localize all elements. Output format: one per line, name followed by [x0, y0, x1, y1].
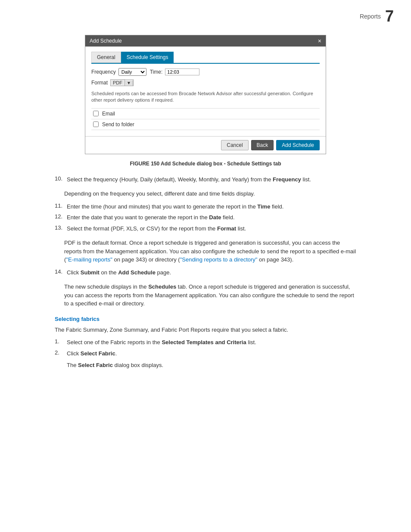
steps-list-2: Enter the time (hour and minutes) that y…: [55, 202, 356, 233]
cancel-button[interactable]: Cancel: [221, 140, 248, 150]
step-10: Select the frequency (Hourly, Daily (def…: [55, 175, 356, 184]
email-row: Email: [91, 108, 320, 119]
format-select-group: PDF ▼: [110, 79, 134, 86]
sending-reports-link[interactable]: "Sending reports to a directory": [180, 256, 258, 263]
step-12-text: Enter the date that you want to generate…: [67, 213, 235, 222]
step-12: Enter the date that you want to generate…: [55, 213, 356, 222]
dialog-tabs: General Schedule Settings: [91, 52, 320, 64]
close-icon[interactable]: ×: [318, 37, 321, 44]
chapter-title: Reports: [360, 13, 381, 20]
fabric-step-1-text: Select one of the Fabric reports in the …: [67, 338, 256, 347]
step-13-text: Select the format (PDF, XLS, or CSV) for…: [67, 224, 246, 233]
add-schedule-dialog: Add Schedule × General Schedule Settings…: [85, 35, 326, 154]
fabric-step-2-continuation: The Select Fabric dialog box displays.: [67, 361, 356, 370]
dialog-title: Add Schedule: [90, 38, 122, 44]
format-row: Format PDF ▼: [91, 79, 320, 86]
figure-caption: FIGURE 150 Add Schedule dialog box - Sch…: [17, 161, 394, 167]
back-button[interactable]: Back: [251, 140, 274, 150]
dialog-footer: Cancel Back Add Schedule: [85, 136, 326, 154]
format-value: PDF: [111, 80, 125, 86]
fabric-step-2-text: Click Select Fabric.: [67, 349, 117, 358]
dialog-body: General Schedule Settings Frequency Dail…: [85, 47, 326, 136]
page-header: Reports 7: [17, 9, 394, 26]
fabric-step-2: Click Select Fabric.: [55, 349, 356, 358]
step-14-text: Click Submit on the Add Schedule page.: [67, 268, 171, 277]
steps-list: Select the frequency (Hourly, Daily (def…: [55, 175, 356, 184]
step-10-text: Select the frequency (Hourly, Daily (def…: [67, 175, 311, 184]
step-14-continuation: The new schedule displays in the Schedul…: [64, 283, 356, 308]
send-to-folder-checkbox[interactable]: [93, 121, 99, 127]
selecting-fabrics-heading: Selecting fabrics: [55, 316, 356, 322]
send-to-folder-label: Send to folder: [102, 121, 134, 128]
frequency-row: Frequency Daily Hourly Weekly Monthly Ye…: [91, 68, 320, 76]
step-10-continuation: Depending on the frequency you select, d…: [64, 190, 356, 198]
format-label: Format: [91, 80, 108, 86]
step-13-continuation: PDF is the default format. Once a report…: [64, 239, 356, 264]
emailing-reports-link[interactable]: "E-mailing reports": [66, 256, 112, 263]
tab-general[interactable]: General: [91, 52, 121, 63]
step-11: Enter the time (hour and minutes) that y…: [55, 202, 356, 211]
tab-schedule-settings[interactable]: Schedule Settings: [121, 52, 174, 63]
steps-list-3: Click Submit on the Add Schedule page.: [55, 268, 356, 277]
info-text: Scheduled reports can be accessed from B…: [91, 90, 320, 104]
add-schedule-button[interactable]: Add Schedule: [276, 140, 320, 150]
format-dropdown-arrow[interactable]: ▼: [125, 80, 133, 86]
main-content: Select the frequency (Hourly, Daily (def…: [55, 175, 356, 370]
time-input[interactable]: [165, 68, 199, 75]
selecting-fabrics-intro: The Fabric Summary, Zone Summary, and Fa…: [55, 326, 356, 334]
step-13: Select the format (PDF, XLS, or CSV) for…: [55, 224, 356, 233]
time-label: Time:: [150, 69, 163, 75]
frequency-select[interactable]: Daily Hourly Weekly Monthly Yearly: [118, 68, 146, 76]
step-14: Click Submit on the Add Schedule page.: [55, 268, 356, 277]
page-number: 7: [385, 9, 394, 24]
fabric-step-1: Select one of the Fabric reports in the …: [55, 338, 356, 347]
step-11-text: Enter the time (hour and minutes) that y…: [67, 202, 283, 211]
email-checkbox[interactable]: [93, 111, 99, 116]
selecting-fabrics-steps: Select one of the Fabric reports in the …: [55, 338, 356, 358]
frequency-label: Frequency: [91, 69, 116, 75]
dialog-titlebar: Add Schedule ×: [85, 35, 326, 47]
send-to-folder-row: Send to folder: [91, 119, 320, 130]
email-label: Email: [102, 111, 115, 117]
